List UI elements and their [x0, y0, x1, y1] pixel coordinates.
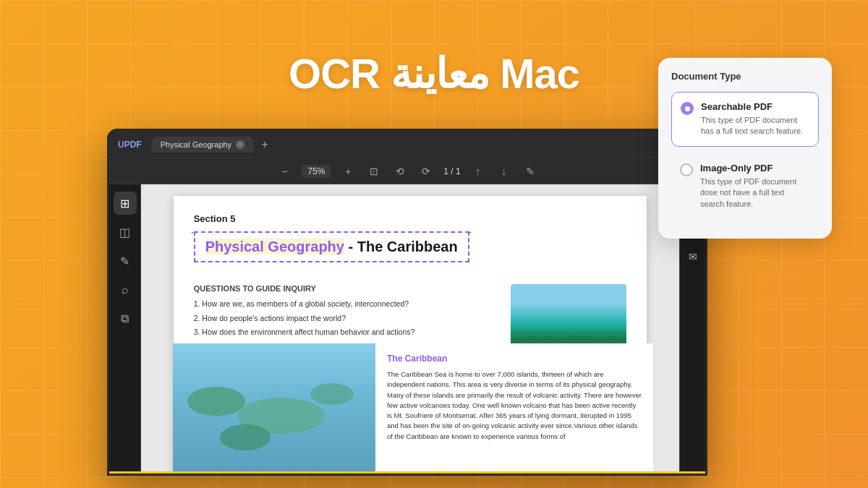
questions-section: QUESTIONS TO GUIDE INQUIRY 1. How are we… — [194, 284, 627, 349]
questions-header: QUESTIONS TO GUIDE INQUIRY — [194, 284, 500, 293]
email-icon[interactable]: ✉ — [683, 247, 703, 267]
searchable-pdf-desc: This type of PDF document has a full tex… — [701, 115, 809, 137]
section-label: Section 5 — [194, 213, 627, 224]
caribbean-image — [511, 284, 626, 349]
map-section: The Caribbean The Caribbean Sea is home … — [173, 343, 653, 474]
title-highlighted: Physical Geography — [205, 239, 344, 254]
searchable-pdf-label: Searchable PDF — [701, 101, 809, 112]
question-1: 1. How are we, as members of a global so… — [194, 299, 500, 309]
fit-page-button[interactable]: ⊡ — [365, 163, 383, 180]
questions-text: QUESTIONS TO GUIDE INQUIRY 1. How are we… — [194, 284, 500, 349]
tab-label: Physical Geography — [161, 140, 231, 149]
doc-title: Physical Geography - The Caribbean — [205, 239, 458, 254]
question-3: 3. How does the environment affect human… — [194, 327, 500, 338]
image-only-pdf-desc: This type of PDF document dose not have … — [700, 176, 810, 210]
searchable-pdf-option[interactable]: Searchable PDF This type of PDF document… — [671, 92, 819, 147]
title-rest: - The Caribbean — [344, 239, 458, 254]
zoom-out-button[interactable]: − — [276, 163, 293, 180]
rotate-right-button[interactable]: ⟳ — [417, 163, 435, 180]
new-tab-button[interactable]: + — [258, 137, 272, 152]
doc-type-card-title: Document Type — [671, 71, 819, 82]
pdf-viewer-window: UPDF Physical Geography × + − 75% + ⊡ ⟲ … — [107, 129, 707, 476]
zoom-in-button[interactable]: + — [339, 163, 357, 180]
ocr-selection-box: Physical Geography - The Caribbean — [194, 231, 469, 262]
left-sidebar: ⊞ ◫ ✎ ⌕ ⧉ — [109, 184, 141, 474]
image-only-pdf-radio[interactable] — [680, 163, 693, 176]
page-total: 1 — [456, 166, 461, 176]
page-current: 1 — [443, 166, 448, 176]
main-area: ⊞ ◫ ✎ ⌕ ⧉ Section 5 Physical Geography -… — [109, 184, 705, 474]
tab-close-button[interactable]: × — [236, 140, 244, 149]
nav-next-button[interactable]: ↓ — [495, 163, 513, 180]
image-only-pdf-text: Image-Only PDF This type of PDF document… — [700, 163, 810, 210]
updf-logo: UPDF — [118, 140, 142, 150]
sidebar-bookmark-icon[interactable]: ◫ — [114, 221, 137, 244]
searchable-pdf-text: Searchable PDF This type of PDF document… — [701, 101, 809, 137]
nav-prev-button[interactable]: ↑ — [469, 163, 487, 180]
pdf-content-area: Section 5 Physical Geography - The Carib… — [141, 184, 679, 474]
map-text-section: The Caribbean The Caribbean Sea is home … — [375, 343, 653, 474]
document-type-card: Document Type Searchable PDF This type o… — [658, 58, 832, 239]
sidebar-layers-icon[interactable]: ⧉ — [114, 307, 137, 330]
rotate-left-button[interactable]: ⟲ — [391, 163, 409, 180]
page-display: 1 / 1 — [443, 166, 460, 176]
toolbar: − 75% + ⊡ ⟲ ⟳ 1 / 1 ↑ ↓ ✎ — [109, 158, 705, 184]
sidebar-grid-icon[interactable]: ⊞ — [114, 192, 137, 215]
sidebar-search-icon[interactable]: ⌕ — [114, 278, 137, 301]
caribbean-map — [173, 343, 375, 474]
image-only-pdf-label: Image-Only PDF — [700, 163, 810, 174]
searchable-pdf-radio[interactable] — [681, 102, 694, 115]
caribbean-body-text: The Caribbean Sea is home to over 7,000 … — [387, 369, 642, 442]
question-2: 2. How do people's actions impact the wo… — [194, 313, 500, 324]
caribbean-section-title: The Caribbean — [387, 354, 642, 364]
tab-area: UPDF Physical Geography × + — [118, 137, 697, 153]
zoom-display[interactable]: 75% — [302, 165, 331, 178]
pdf-tab[interactable]: Physical Geography × — [152, 137, 253, 153]
page-separator: / — [451, 166, 456, 176]
window-bottom-border — [107, 471, 707, 476]
comment-button[interactable]: ✎ — [522, 163, 539, 180]
image-only-pdf-option[interactable]: Image-Only PDF This type of PDF document… — [671, 154, 819, 218]
header-title-text: OCR معاينة Mac — [289, 50, 579, 97]
sidebar-edit-icon[interactable]: ✎ — [114, 249, 137, 273]
title-bar: UPDF Physical Geography × + — [109, 131, 705, 158]
